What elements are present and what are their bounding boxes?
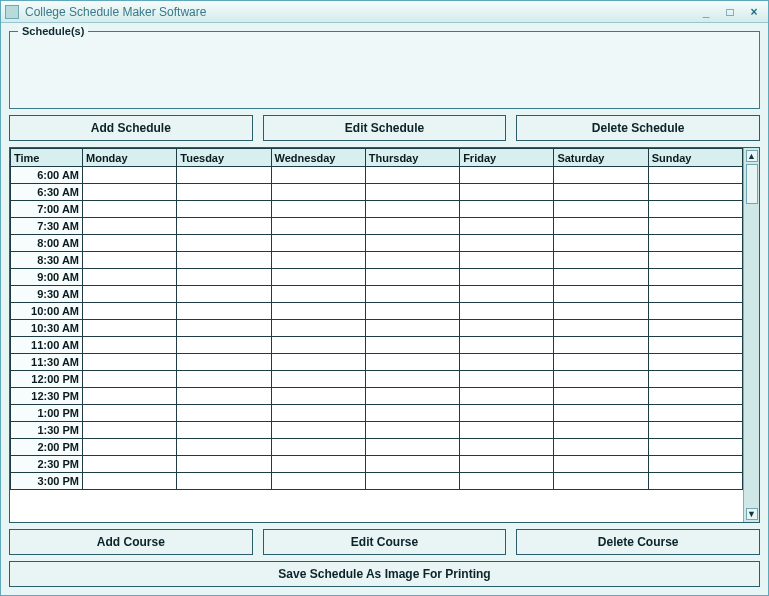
schedule-cell[interactable] bbox=[271, 320, 365, 337]
table-row[interactable]: 8:00 AM bbox=[11, 235, 743, 252]
table-row[interactable]: 12:00 PM bbox=[11, 371, 743, 388]
schedule-cell[interactable] bbox=[177, 167, 271, 184]
schedule-cell[interactable] bbox=[83, 371, 177, 388]
schedule-cell[interactable] bbox=[271, 422, 365, 439]
schedule-cell[interactable] bbox=[554, 439, 648, 456]
schedule-cell[interactable] bbox=[460, 201, 554, 218]
table-row[interactable]: 11:00 AM bbox=[11, 337, 743, 354]
schedule-cell[interactable] bbox=[177, 252, 271, 269]
schedule-cell[interactable] bbox=[648, 320, 742, 337]
scroll-thumb[interactable] bbox=[746, 164, 758, 204]
schedule-cell[interactable] bbox=[554, 388, 648, 405]
table-row[interactable]: 10:30 AM bbox=[11, 320, 743, 337]
schedule-cell[interactable] bbox=[554, 303, 648, 320]
table-row[interactable]: 8:30 AM bbox=[11, 252, 743, 269]
col-wednesday[interactable]: Wednesday bbox=[271, 149, 365, 167]
edit-course-button[interactable]: Edit Course bbox=[263, 529, 507, 555]
schedule-cell[interactable] bbox=[83, 320, 177, 337]
close-button[interactable]: × bbox=[744, 4, 764, 20]
schedule-cell[interactable] bbox=[83, 286, 177, 303]
schedule-cell[interactable] bbox=[271, 439, 365, 456]
scroll-up-icon[interactable]: ▲ bbox=[746, 150, 758, 162]
schedule-cell[interactable] bbox=[554, 184, 648, 201]
table-row[interactable]: 1:30 PM bbox=[11, 422, 743, 439]
schedule-cell[interactable] bbox=[460, 337, 554, 354]
schedule-cell[interactable] bbox=[365, 201, 459, 218]
schedule-cell[interactable] bbox=[365, 439, 459, 456]
schedule-cell[interactable] bbox=[177, 269, 271, 286]
schedule-cell[interactable] bbox=[177, 439, 271, 456]
schedule-cell[interactable] bbox=[648, 371, 742, 388]
schedule-cell[interactable] bbox=[554, 456, 648, 473]
schedule-cell[interactable] bbox=[554, 235, 648, 252]
schedule-cell[interactable] bbox=[648, 303, 742, 320]
schedule-cell[interactable] bbox=[648, 201, 742, 218]
edit-schedule-button[interactable]: Edit Schedule bbox=[263, 115, 507, 141]
schedule-cell[interactable] bbox=[365, 218, 459, 235]
schedule-cell[interactable] bbox=[460, 456, 554, 473]
schedule-cell[interactable] bbox=[365, 473, 459, 490]
schedule-cell[interactable] bbox=[460, 167, 554, 184]
schedule-cell[interactable] bbox=[177, 405, 271, 422]
schedule-cell[interactable] bbox=[460, 218, 554, 235]
schedule-cell[interactable] bbox=[365, 405, 459, 422]
schedule-cell[interactable] bbox=[83, 201, 177, 218]
table-row[interactable]: 2:00 PM bbox=[11, 439, 743, 456]
schedule-cell[interactable] bbox=[271, 354, 365, 371]
schedule-cell[interactable] bbox=[83, 252, 177, 269]
schedule-cell[interactable] bbox=[648, 473, 742, 490]
schedule-cell[interactable] bbox=[460, 371, 554, 388]
delete-course-button[interactable]: Delete Course bbox=[516, 529, 760, 555]
table-row[interactable]: 9:00 AM bbox=[11, 269, 743, 286]
schedule-cell[interactable] bbox=[83, 439, 177, 456]
schedule-cell[interactable] bbox=[365, 184, 459, 201]
schedule-cell[interactable] bbox=[554, 286, 648, 303]
schedule-cell[interactable] bbox=[177, 303, 271, 320]
schedule-cell[interactable] bbox=[271, 218, 365, 235]
schedule-cell[interactable] bbox=[648, 269, 742, 286]
schedule-cell[interactable] bbox=[365, 456, 459, 473]
schedule-cell[interactable] bbox=[648, 405, 742, 422]
schedule-cell[interactable] bbox=[460, 320, 554, 337]
schedule-cell[interactable] bbox=[554, 422, 648, 439]
schedule-cell[interactable] bbox=[83, 337, 177, 354]
schedule-cell[interactable] bbox=[271, 201, 365, 218]
table-row[interactable]: 10:00 AM bbox=[11, 303, 743, 320]
schedule-cell[interactable] bbox=[177, 388, 271, 405]
schedule-cell[interactable] bbox=[365, 235, 459, 252]
schedule-cell[interactable] bbox=[177, 286, 271, 303]
table-row[interactable]: 3:00 PM bbox=[11, 473, 743, 490]
maximize-button[interactable]: □ bbox=[720, 4, 740, 20]
schedule-cell[interactable] bbox=[271, 371, 365, 388]
col-tuesday[interactable]: Tuesday bbox=[177, 149, 271, 167]
table-row[interactable]: 7:00 AM bbox=[11, 201, 743, 218]
schedule-cell[interactable] bbox=[83, 473, 177, 490]
schedule-cell[interactable] bbox=[648, 456, 742, 473]
schedule-cell[interactable] bbox=[460, 235, 554, 252]
schedule-cell[interactable] bbox=[177, 337, 271, 354]
schedule-cell[interactable] bbox=[460, 303, 554, 320]
schedule-cell[interactable] bbox=[177, 354, 271, 371]
schedule-cell[interactable] bbox=[554, 371, 648, 388]
schedule-cell[interactable] bbox=[83, 354, 177, 371]
table-row[interactable]: 11:30 AM bbox=[11, 354, 743, 371]
schedule-cell[interactable] bbox=[271, 405, 365, 422]
col-saturday[interactable]: Saturday bbox=[554, 149, 648, 167]
minimize-button[interactable]: _ bbox=[696, 4, 716, 20]
schedule-cell[interactable] bbox=[83, 422, 177, 439]
schedule-cell[interactable] bbox=[460, 184, 554, 201]
schedule-cell[interactable] bbox=[365, 422, 459, 439]
schedule-cell[interactable] bbox=[460, 439, 554, 456]
schedule-cell[interactable] bbox=[365, 388, 459, 405]
schedule-cell[interactable] bbox=[271, 252, 365, 269]
col-monday[interactable]: Monday bbox=[83, 149, 177, 167]
schedule-cell[interactable] bbox=[648, 354, 742, 371]
schedule-cell[interactable] bbox=[365, 320, 459, 337]
schedule-cell[interactable] bbox=[554, 354, 648, 371]
table-row[interactable]: 7:30 AM bbox=[11, 218, 743, 235]
schedule-cell[interactable] bbox=[365, 371, 459, 388]
schedule-cell[interactable] bbox=[554, 167, 648, 184]
schedule-cell[interactable] bbox=[177, 235, 271, 252]
schedule-cell[interactable] bbox=[648, 218, 742, 235]
schedule-cell[interactable] bbox=[365, 167, 459, 184]
